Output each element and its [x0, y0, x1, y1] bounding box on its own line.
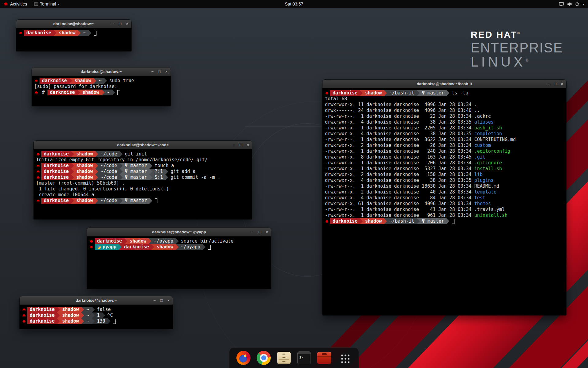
maximize-button[interactable]: □: [259, 230, 261, 234]
powerline-separator: [104, 78, 107, 84]
maximize-button[interactable]: □: [240, 143, 242, 147]
prompt-segment-user: darknoise: [41, 163, 71, 169]
terminal-line: # darknoiseshadow~: [33, 90, 170, 95]
close-button[interactable]: ×: [126, 22, 128, 26]
powerline-separator: [108, 318, 111, 324]
ls-line-details: -rw-rw-r--. 1 darknoise darknoise 22 Jan…: [324, 113, 474, 119]
window-titlebar[interactable]: darknoise@shadow:~/bash-it−□×: [322, 80, 566, 88]
terminal-line: darknoiseshadow~sudo true: [33, 78, 170, 84]
window-title: darknoise@shadow:~/pyapp: [152, 230, 206, 234]
terminal-content[interactable]: darknoiseshadow~falsedarknoiseshadow~1^C…: [20, 305, 173, 325]
prompt-segment-host: shadow: [74, 151, 95, 157]
terminal-cursor: [94, 31, 96, 36]
terminal-content[interactable]: darknoiseshadow~/codegit initInitialized…: [34, 149, 252, 205]
powerline-separator: [81, 312, 84, 318]
close-button[interactable]: ×: [561, 82, 563, 86]
powerline-separator: [77, 90, 80, 95]
minimize-button[interactable]: −: [233, 143, 235, 147]
powerline-separator: [360, 218, 363, 224]
dock-files-icon[interactable]: [277, 351, 291, 365]
dock-terminal-icon[interactable]: $>: [297, 351, 311, 365]
file-name: ..: [474, 108, 480, 113]
maximize-button[interactable]: □: [119, 22, 122, 26]
prompt-segment-text: ?:1: [155, 169, 163, 174]
prompt-segment-text: darknoise: [30, 318, 55, 324]
file-name: uninstall.sh: [474, 213, 507, 218]
terminal-content[interactable]: darknoiseshadow~/pyappsource bin/activat…: [87, 236, 271, 251]
prompt-segment-host: shadow: [363, 90, 384, 96]
desktop: RED HAT® ENTERPRISE LINUX® Activities Te…: [0, 0, 588, 368]
files-icon: [277, 352, 291, 364]
minimize-button[interactable]: −: [153, 298, 156, 302]
terminal-content[interactable]: darknoiseshadow~/bash-itΨ masterls -lato…: [322, 88, 566, 225]
dock-chrome-icon[interactable]: [256, 351, 271, 365]
close-button[interactable]: ×: [167, 298, 170, 302]
terminal-line: drwxrwxr-x. 2 darknoise darknoise 26 Jan…: [324, 143, 566, 148]
minimize-button[interactable]: −: [151, 70, 154, 74]
powerline-separator: [447, 90, 449, 96]
output-text: [master (root-commit) 50bcb63] .: [35, 180, 125, 186]
terminal-line: drwxrwxr-x. 61 darknoise darknoise 4096 …: [324, 201, 566, 207]
window-titlebar[interactable]: darknoise@shadow:~/pyapp−□×: [87, 228, 271, 236]
terminal-content[interactable]: darknoiseshadow~: [16, 28, 131, 37]
powerline-separator: [149, 169, 152, 174]
window-titlebar[interactable]: darknoise@shadow:~−□×: [32, 67, 171, 76]
close-button[interactable]: ×: [247, 143, 249, 147]
command-text: sudo true: [107, 78, 134, 84]
ls-line-details: -rwxrwxr-x. 1 darknoise darknoise 961 Ja…: [324, 213, 474, 218]
window-titlebar[interactable]: darknoise@shadow:~−□×: [16, 20, 131, 28]
prompt-segment-gitstat: S:1: [152, 174, 165, 180]
terminal-line: drwxrwxr-x. 4 darknoise darknoise 38 Jan…: [324, 178, 566, 183]
minimize-button[interactable]: −: [252, 230, 254, 234]
prompt-segment-user: darknoise: [41, 174, 71, 180]
terminal-content[interactable]: darknoiseshadow~sudo true[sudo] password…: [32, 76, 171, 97]
powerline-separator: [120, 151, 123, 157]
terminal-window: darknoise@shadow:~−□×darknoiseshadow~sud…: [32, 67, 171, 106]
terminal-line: -rw-rw-r--. 1 darknoise darknoise 18630 …: [324, 183, 566, 189]
prompt-segment-user: darknoise: [122, 244, 151, 250]
prompt-segment-text: shadow: [74, 78, 91, 84]
dock-toolbox-icon[interactable]: [317, 351, 332, 365]
maximize-button[interactable]: □: [158, 70, 161, 74]
maximize-button[interactable]: □: [160, 298, 163, 302]
redhat-icon: [33, 78, 40, 84]
terminal-line: pyappdarknoiseshadow~/pyapp: [88, 244, 270, 250]
ls-line-details: -rwxrwxr-x. 1 darknoise darknoise 240 Ja…: [324, 148, 474, 154]
minimize-button[interactable]: −: [547, 82, 549, 86]
prompt-segment-path: ~: [84, 307, 92, 312]
ls-line-details: drwxrwxr-x. 2 darknoise darknoise 26 Jan…: [324, 143, 474, 148]
prompt-segment-text: ~/pyapp: [154, 238, 173, 244]
redhat-icon: [35, 174, 41, 180]
close-button[interactable]: ×: [165, 70, 168, 74]
output-text: Initialized empty Git repository in /hom…: [35, 157, 208, 163]
prompt-segment-text: ~/bash-it: [389, 90, 414, 96]
terminal-window: darknoise@shadow:~/bash-it−□×darknoisesh…: [322, 80, 566, 315]
output-text: 1 file changed, 0 insertions(+), 0 delet…: [35, 186, 169, 192]
prompt-segment-path: ~: [96, 78, 104, 84]
dock-firefox-icon[interactable]: [236, 351, 251, 365]
toolbox-icon: [317, 352, 331, 364]
prompt-segment-text: ~: [86, 307, 89, 312]
redhat-logo-icon: [3, 2, 8, 6]
powerline-separator: [71, 198, 74, 204]
maximize-button[interactable]: □: [554, 82, 556, 86]
chrome-icon: [257, 351, 271, 365]
activities-button[interactable]: Activities: [0, 0, 30, 8]
powerline-separator: [71, 169, 74, 174]
window-titlebar[interactable]: darknoise@shadow:~/code−□×: [34, 141, 252, 149]
app-menu-terminal[interactable]: Terminal ▾: [30, 0, 63, 8]
powerline-separator: [95, 174, 98, 180]
registered-mark: ®: [517, 31, 521, 35]
minimize-button[interactable]: −: [112, 22, 115, 26]
close-button[interactable]: ×: [266, 230, 268, 234]
dock-grid-icon[interactable]: [337, 351, 352, 365]
prompt-segment-text: pyapp: [103, 244, 116, 250]
clock[interactable]: Sat 03:57: [285, 2, 303, 6]
window-titlebar[interactable]: darknoise@shadow:~−□×: [20, 296, 173, 305]
system-status-area[interactable]: ▾: [556, 0, 587, 8]
prompt-segment-text: ~: [86, 318, 89, 324]
redhat-icon: [35, 169, 41, 174]
grid-icon: [340, 353, 349, 363]
file-name: .editorconfig: [474, 148, 510, 154]
prompt-segment-text: ~/code: [100, 151, 117, 157]
